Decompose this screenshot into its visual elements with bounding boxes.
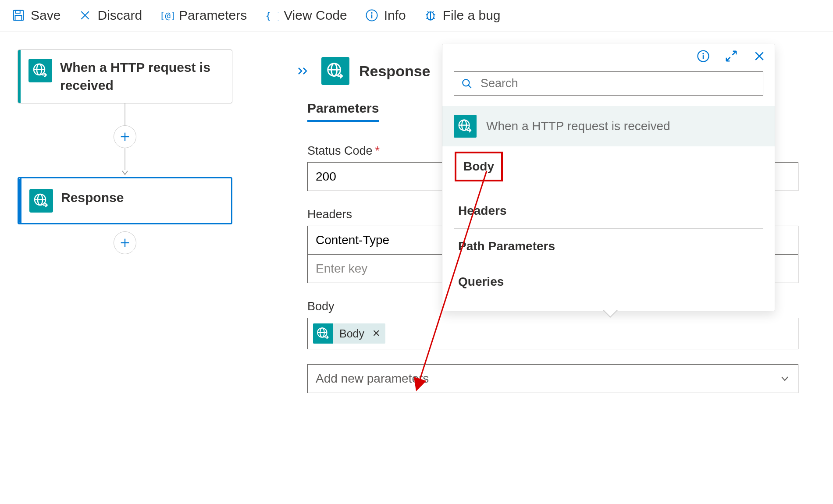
svg-rect-21: [703, 55, 704, 59]
popup-section-head: When a HTTP request is received: [442, 106, 775, 146]
view-code-label: View Code: [284, 8, 347, 23]
add-new-parameters-dropdown[interactable]: Add new parameters: [307, 364, 798, 393]
info-icon[interactable]: [697, 50, 710, 65]
http-response-icon: [29, 189, 53, 213]
trigger-title: When a HTTP request is received: [60, 59, 221, 94]
http-request-icon: [454, 115, 477, 138]
connector-bottom: [18, 224, 232, 253]
svg-line-25: [468, 85, 471, 88]
popup-search-input[interactable]: [480, 76, 756, 91]
info-icon: [365, 8, 379, 22]
braces-icon: { }: [264, 8, 278, 22]
close-icon: [78, 8, 92, 22]
discard-label: Discard: [97, 8, 142, 23]
popup-item-queries[interactable]: Queries: [454, 264, 763, 299]
add-new-parameters-label: Add new parameters: [316, 372, 429, 386]
svg-point-20: [702, 53, 704, 55]
svg-rect-5: [15, 15, 22, 20]
required-asterisk: *: [375, 144, 380, 158]
popup-item-headers[interactable]: Headers: [454, 193, 763, 229]
search-icon: [461, 78, 473, 89]
svg-rect-12: [371, 14, 372, 18]
panel-title: Response: [359, 63, 431, 80]
arrow-down-icon: [121, 168, 129, 177]
save-button[interactable]: Save: [11, 8, 61, 23]
http-request-icon: [28, 59, 52, 82]
file-bug-label: File a bug: [443, 8, 501, 23]
parameters-label: Parameters: [179, 8, 247, 23]
chip-label: Body: [333, 324, 370, 344]
add-step-button[interactable]: [114, 125, 136, 148]
discard-button[interactable]: Discard: [78, 8, 142, 23]
view-code-button[interactable]: { } View Code: [264, 8, 347, 23]
close-icon[interactable]: [753, 50, 766, 65]
info-button[interactable]: Info: [365, 8, 406, 23]
svg-rect-4: [16, 11, 20, 13]
dynamic-content-popup: When a HTTP request is received Body Hea…: [442, 44, 775, 311]
popup-item-body[interactable]: Body: [456, 153, 502, 181]
save-label: Save: [31, 8, 61, 23]
trigger-card[interactable]: When a HTTP request is received: [18, 50, 232, 103]
save-icon: [11, 8, 25, 22]
svg-text:{ }: { }: [265, 10, 278, 21]
chip-remove-button[interactable]: ✕: [370, 324, 385, 343]
parameters-button[interactable]: [@] Parameters: [160, 8, 247, 23]
popup-list: Body Headers Path Parameters Queries: [442, 146, 775, 311]
popup-item-path-parameters[interactable]: Path Parameters: [454, 229, 763, 264]
http-request-icon: [313, 323, 333, 344]
bug-icon: [424, 8, 438, 22]
parameters-icon: [@]: [160, 8, 174, 22]
popup-search[interactable]: [454, 71, 763, 96]
body-token-chip[interactable]: Body ✕: [313, 323, 385, 344]
tab-parameters[interactable]: Parameters: [307, 101, 379, 122]
toolbar: Save Discard [@] Parameters { } View Cod…: [0, 0, 833, 32]
expand-icon[interactable]: [725, 50, 738, 65]
action-title: Response: [61, 189, 124, 207]
svg-point-11: [371, 12, 373, 14]
collapse-panel-button[interactable]: [296, 64, 312, 78]
popup-section-title: When a HTTP request is received: [486, 119, 670, 133]
chevron-down-icon: [780, 373, 790, 384]
popup-caret: [602, 310, 618, 318]
svg-point-24: [463, 79, 469, 86]
add-step-button-bottom[interactable]: [114, 231, 136, 254]
svg-text:[@]: [@]: [160, 11, 174, 21]
body-input[interactable]: Body ✕: [307, 318, 798, 349]
file-bug-button[interactable]: File a bug: [424, 8, 501, 23]
http-response-icon: [321, 57, 349, 85]
connector: [18, 103, 232, 177]
info-label: Info: [384, 8, 406, 23]
action-card-response[interactable]: Response: [18, 177, 232, 224]
